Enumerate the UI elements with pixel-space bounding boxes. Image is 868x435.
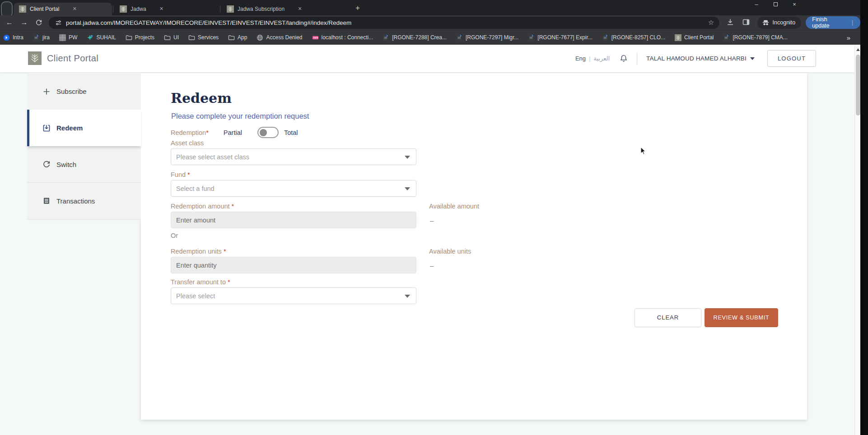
bookmark-item[interactable]: jira — [33, 34, 50, 41]
tab-close-icon[interactable]: × — [296, 5, 303, 13]
review-submit-button[interactable]: REVIEW & SUBMIT — [705, 308, 778, 327]
bookmark-item[interactable]: UI — [164, 34, 179, 41]
side-panel-icon[interactable] — [742, 18, 751, 27]
transfer-to-select[interactable]: Please select — [171, 287, 416, 304]
finish-update-button[interactable]: Finish update ⋮ — [806, 16, 860, 29]
redemption-toggle[interactable] — [257, 127, 279, 138]
bookmark-item[interactable]: localhost : Connecti... — [312, 34, 373, 41]
back-icon[interactable]: ← — [4, 17, 15, 28]
or-text: Or — [171, 232, 178, 239]
tab-strip: Client Portal × Jadwa × Jadwa Subscripti… — [0, 0, 860, 15]
bookmark-item[interactable]: [RGONE-7879] CMA... — [723, 34, 787, 41]
jadwa-favicon — [227, 5, 234, 13]
close-icon[interactable]: × — [785, 0, 804, 10]
jira-icon — [723, 34, 730, 41]
asset-class-select[interactable]: Please select asset class — [171, 148, 416, 165]
browser-menu-icon[interactable]: ⋮ — [849, 19, 855, 26]
fund-placeholder: Select a fund — [176, 185, 215, 192]
bookmarks-overflow-icon[interactable]: » — [847, 34, 850, 42]
bookmark-label: PW — [69, 34, 77, 41]
forward-icon[interactable]: → — [19, 17, 30, 28]
redeem-form: Redeem Please complete your redemption r… — [141, 73, 807, 420]
window-controls: – × — [747, 0, 804, 10]
sidebar-item-subscribe[interactable]: Subscribe — [27, 73, 141, 110]
lang-arabic[interactable]: العربية — [593, 55, 610, 62]
header-separator — [637, 53, 637, 65]
option-partial: Partial — [224, 129, 242, 136]
bookmark-label: [RGONE-8257] CLO... — [611, 34, 665, 41]
brand[interactable]: Client Portal — [28, 51, 98, 65]
bookmark-item[interactable]: [RGONE-7297] Migr... — [456, 34, 518, 41]
tab-close-icon[interactable]: × — [71, 5, 78, 13]
bookmark-item[interactable]: Access Denied — [257, 34, 302, 41]
brand-name: Client Portal — [47, 53, 98, 64]
sidebar-item-switch[interactable]: Switch — [27, 146, 141, 183]
bookmark-item[interactable]: [RGONE-7288] Crea... — [383, 34, 447, 41]
sidebar-item-redeem[interactable]: Redeem — [27, 110, 141, 146]
tab-close-icon[interactable]: × — [158, 5, 165, 13]
incognito-label: Incognito — [773, 19, 796, 26]
bookmark-item[interactable]: PW — [59, 34, 77, 41]
content: Subscribe Redeem Switch Transactions Red… — [0, 72, 854, 435]
sidebar-item-label: Subscribe — [56, 88, 87, 95]
redeem-icon — [42, 124, 51, 132]
user-menu[interactable]: TALAL HAMOUD HAMED ALHARBI — [646, 55, 747, 62]
jadwa-favicon — [675, 34, 681, 41]
browser-tab[interactable]: Jadwa Subscription × — [221, 3, 349, 15]
redemption-type-row: Redemption* Partial Total — [171, 127, 298, 138]
lang-english[interactable]: Eng — [575, 55, 586, 62]
notifications-bell-icon[interactable] — [620, 54, 628, 63]
bookmark-star-icon[interactable]: ☆ — [708, 19, 714, 27]
bookmark-item[interactable]: [RGONE-7677] Expir... — [528, 34, 592, 41]
bookmark-label: localhost : Connecti... — [322, 34, 373, 41]
tab-strip-tabs: Client Portal × Jadwa × Jadwa Subscripti… — [14, 3, 363, 15]
page-scrollbar[interactable] — [854, 45, 860, 435]
screen: Client Portal × Jadwa × Jadwa Subscripti… — [0, 0, 868, 435]
bookmark-label: [RGONE-7297] Migr... — [466, 34, 518, 41]
plus-icon — [42, 88, 51, 96]
jira-icon — [33, 34, 40, 41]
new-tab-icon[interactable]: + — [352, 3, 363, 14]
bookmark-item[interactable]: Projects — [126, 34, 154, 41]
minimize-icon[interactable]: – — [747, 0, 766, 10]
logout-button[interactable]: LOGOUT — [767, 50, 816, 67]
scrollbar-thumb[interactable] — [856, 55, 860, 116]
bookmark-item[interactable]: App — [228, 34, 247, 41]
localhost-icon — [312, 34, 319, 41]
reload-icon[interactable] — [33, 17, 44, 28]
bookmark-item[interactable]: [RGONE-8257] CLO... — [602, 34, 665, 41]
available-units-label: Available units — [429, 248, 471, 255]
lang-divider: | — [589, 55, 590, 62]
transfer-to-placeholder: Please select — [176, 292, 215, 300]
fund-select[interactable]: Select a fund — [171, 180, 416, 197]
header-right: Eng | العربية TALAL HAMOUD HAMED ALHARBI… — [575, 45, 816, 72]
select-caret-icon — [405, 295, 410, 298]
downloads-icon[interactable] — [726, 18, 735, 27]
bookmark-item[interactable]: Client Portal — [675, 34, 714, 41]
redemption-units-input[interactable] — [171, 257, 416, 273]
clear-button[interactable]: CLEAR — [635, 308, 701, 327]
intra-icon — [3, 34, 10, 41]
page-title: Redeem — [171, 90, 232, 106]
bookmark-item[interactable]: Services — [188, 34, 219, 41]
incognito-badge: Incognito — [757, 17, 802, 29]
scroll-up-icon[interactable] — [856, 48, 860, 51]
bookmark-item[interactable]: SUHAIL — [87, 34, 116, 41]
mouse-cursor — [640, 147, 646, 156]
bookmark-label: [RGONE-7677] Expir... — [537, 34, 592, 41]
sidebar-item-transactions[interactable]: Transactions — [27, 183, 141, 219]
bookmark-item[interactable]: Intra — [3, 34, 23, 41]
toggle-knob — [260, 129, 267, 136]
browser-tab[interactable]: Client Portal × — [14, 3, 112, 15]
address-bar[interactable]: portal.jadwa.com/IMOREGATEWAY/IMORECORE/… — [49, 17, 719, 29]
bookmark-label: Services — [198, 34, 219, 41]
site-info-icon[interactable] — [55, 19, 62, 26]
option-total: Total — [284, 129, 298, 136]
browser-tab[interactable]: Jadwa × — [114, 3, 219, 15]
chevron-down-icon[interactable] — [750, 57, 755, 60]
select-caret-icon — [405, 156, 410, 159]
maximize-icon[interactable] — [766, 0, 785, 10]
redemption-amount-input[interactable] — [171, 212, 416, 228]
bookmark-label: Projects — [135, 34, 154, 41]
bookmark-label: [RGONE-7288] Crea... — [392, 34, 447, 41]
